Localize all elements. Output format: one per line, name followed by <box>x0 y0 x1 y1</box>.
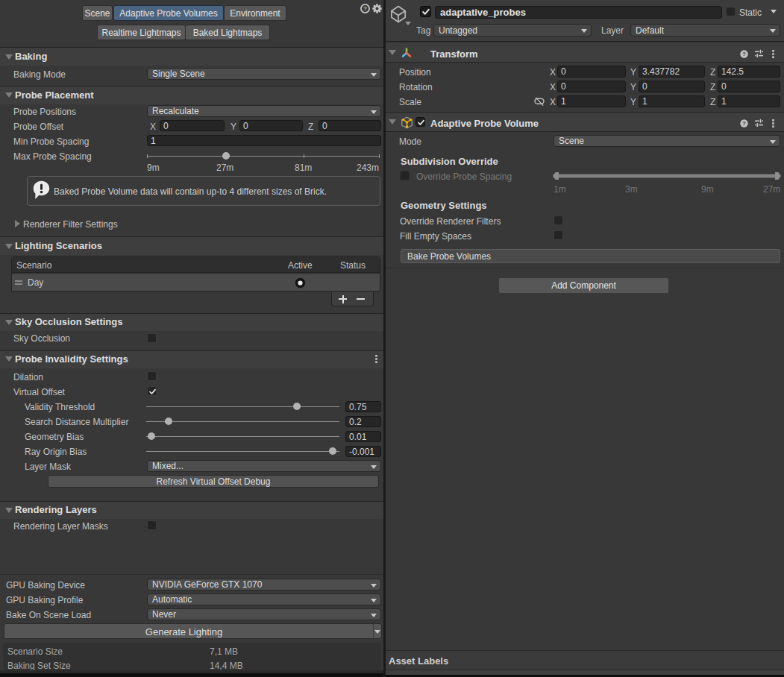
svg-text:?: ? <box>742 51 746 57</box>
svg-text:?: ? <box>742 120 746 127</box>
svg-text:?: ? <box>363 5 367 12</box>
